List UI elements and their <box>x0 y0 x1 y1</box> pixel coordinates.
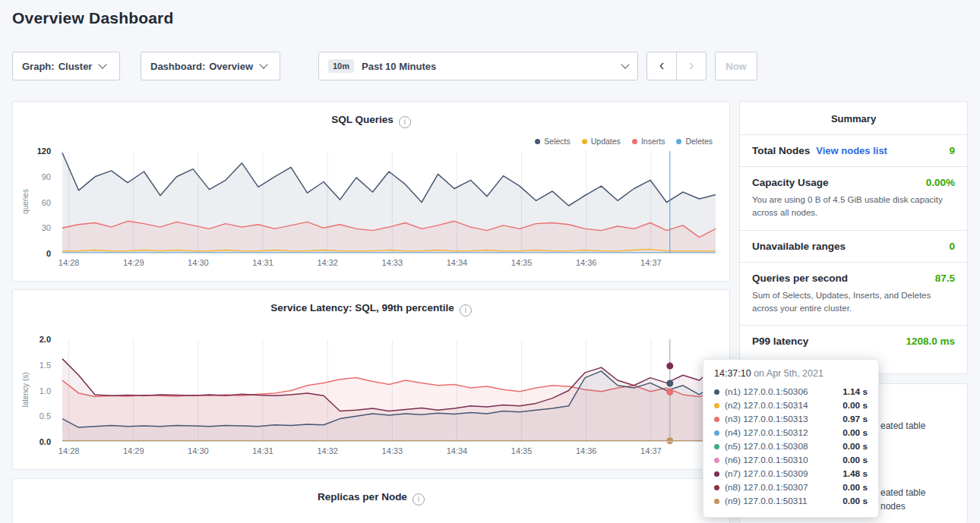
replicas-per-node-chart-card: Replicas per Nodei <box>12 478 730 523</box>
chart-title: SQL Queriesi <box>13 114 729 128</box>
dashboard-selector-label: Dashboard: <box>150 61 205 72</box>
node-color-dot-icon <box>714 485 719 490</box>
node-address: (n3) 127.0.0.1:50313 <box>725 414 808 424</box>
node-latency-value: 0.00 s <box>842 400 868 411</box>
time-range-badge: 10m <box>328 59 354 73</box>
chart-title-text: Replicas per Node <box>318 491 407 503</box>
summary-row-qps: Queries per second 87.5 Sum of Selects, … <box>740 263 967 326</box>
summary-row-unavailable-ranges: Unavailable ranges 0 <box>740 231 967 263</box>
y-axis-ticks: 1209060300 <box>13 151 55 254</box>
node-address: (n2) 127.0.0.1:50314 <box>725 400 808 411</box>
capacity-value: 0.00% <box>926 177 955 188</box>
time-next-button[interactable]: › <box>676 52 707 80</box>
chart-title-text: Service Latency: SQL, 99th percentile <box>270 302 454 313</box>
node-latency-value: 0.00 s <box>842 427 868 438</box>
p99-latency-label: P99 latency <box>752 336 808 347</box>
legend-dot-icon <box>676 139 681 144</box>
tooltip-time: 14:37:10 <box>714 368 751 379</box>
qps-label: Queries per second <box>752 273 848 284</box>
node-latency-value: 0.00 s <box>842 441 868 452</box>
legend-item[interactable]: Deletes <box>676 137 713 146</box>
node-address: (n8) 127.0.0.1:50307 <box>725 482 808 493</box>
time-now-button[interactable]: Now <box>715 52 757 80</box>
page-title: Overview Dashboard <box>12 9 174 27</box>
summary-title: Summary <box>740 102 967 135</box>
capacity-desc: You are using 0 B of 4.5 GiB usable disk… <box>752 194 955 220</box>
node-latency-value: 1.48 s <box>842 468 868 479</box>
info-icon[interactable]: i <box>460 304 472 317</box>
legend-dot-icon <box>582 139 587 144</box>
event-text-fragment: eated table <box>880 421 925 431</box>
graph-selector-dropdown[interactable]: Graph: Cluster <box>12 52 120 80</box>
chevron-down-icon <box>99 60 107 68</box>
qps-value: 87.5 <box>935 273 955 284</box>
legend-item[interactable]: Updates <box>582 137 621 146</box>
chart-legend: SelectsUpdatesInsertsDeletes <box>535 137 713 146</box>
tooltip-node-row: (n6) 127.0.0.1:503100.00 s <box>714 453 868 467</box>
total-nodes-label: Total Nodes <box>752 145 810 156</box>
graph-selector-label: Graph: <box>22 61 55 72</box>
service-latency-chart-card: Service Latency: SQL, 99th percentilei l… <box>12 289 730 470</box>
summary-row-total-nodes: Total Nodes View nodes list 9 <box>740 135 967 167</box>
node-address: (n1) 127.0.0.1:50306 <box>725 386 808 397</box>
node-latency-value: 0.00 s <box>842 455 868 465</box>
node-address: (n4) 127.0.0.1:50312 <box>725 427 808 438</box>
node-color-dot-icon <box>714 444 719 449</box>
node-address: (n7) 127.0.0.1:50309 <box>725 468 808 479</box>
summary-row-p99-latency: P99 latency 1208.0 ms <box>740 326 967 357</box>
node-address: (n5) 127.0.0.1:50308 <box>725 441 808 452</box>
overview-dashboard-page: Overview Dashboard Graph: Cluster Dashbo… <box>0 0 980 523</box>
legend-item[interactable]: Inserts <box>632 137 665 146</box>
node-latency-value: 0.97 s <box>842 414 868 424</box>
view-nodes-list-link[interactable]: View nodes list <box>816 145 887 156</box>
chart-title-text: SQL Queries <box>331 114 394 125</box>
y-axis-ticks: 2.01.51.00.50.0 <box>13 339 55 442</box>
summary-row-capacity: Capacity Usage 0.00% You are using 0 B o… <box>740 167 967 231</box>
tooltip-timestamp: 14:37:10 on Apr 5th, 2021 <box>714 368 868 379</box>
qps-desc: Sum of Selects, Updates, Inserts, and De… <box>752 289 955 316</box>
tooltip-node-rows: (n1) 127.0.0.1:503061.14 s(n2) 127.0.0.1… <box>714 385 868 508</box>
tooltip-node-row: (n8) 127.0.0.1:503070.00 s <box>714 480 868 494</box>
event-text-fragment: nodes <box>880 501 906 512</box>
time-range-dropdown[interactable]: 10m Past 10 Minutes <box>318 52 638 80</box>
dashboard-selector-value: Overview <box>209 61 253 72</box>
node-latency-value: 1.14 s <box>842 386 868 397</box>
tooltip-node-row: (n7) 127.0.0.1:503091.48 s <box>714 467 868 480</box>
capacity-label: Capacity Usage <box>752 177 829 188</box>
chevron-down-icon <box>621 60 629 68</box>
node-color-dot-icon <box>714 499 719 504</box>
node-color-dot-icon <box>714 430 719 436</box>
chart-hover-tooltip: 14:37:10 on Apr 5th, 2021 (n1) 127.0.0.1… <box>703 359 879 518</box>
node-latency-value: 0.00 s <box>842 496 868 506</box>
event-text-fragment: eated table <box>880 487 925 498</box>
tooltip-node-row: (n3) 127.0.0.1:503130.97 s <box>714 412 868 426</box>
service-latency-plot[interactable] <box>62 339 716 442</box>
chevron-down-icon <box>259 60 267 68</box>
legend-item[interactable]: Selects <box>535 137 570 146</box>
chart-title: Replicas per Nodei <box>13 491 729 506</box>
node-color-dot-icon <box>714 471 719 477</box>
unavailable-ranges-label: Unavailable ranges <box>752 241 846 252</box>
total-nodes-value: 9 <box>949 145 955 156</box>
x-axis-ticks: 14:2814:2914:3014:3114:3214:3314:3414:35… <box>62 258 716 269</box>
tooltip-node-row: (n2) 127.0.0.1:503140.00 s <box>714 399 868 412</box>
sql-queries-chart-card: SQL Queriesi SelectsUpdatesInsertsDelete… <box>12 101 730 282</box>
info-icon[interactable]: i <box>399 116 411 128</box>
sql-queries-plot[interactable] <box>62 151 716 254</box>
tooltip-date: on Apr 5th, 2021 <box>754 368 824 379</box>
info-icon[interactable]: i <box>413 493 425 506</box>
unavailable-ranges-value: 0 <box>949 241 955 252</box>
tooltip-node-row: (n9) 127.0.0.1:503110.00 s <box>714 494 868 508</box>
p99-latency-value: 1208.0 ms <box>906 336 955 347</box>
tooltip-node-row: (n4) 127.0.0.1:503120.00 s <box>714 426 868 440</box>
chart-title: Service Latency: SQL, 99th percentilei <box>13 302 729 317</box>
dashboard-selector-dropdown[interactable]: Dashboard: Overview <box>141 52 280 80</box>
node-color-dot-icon <box>714 389 719 395</box>
time-prev-button[interactable]: ‹ <box>646 52 677 80</box>
tooltip-node-row: (n5) 127.0.0.1:503080.00 s <box>714 440 868 453</box>
node-color-dot-icon <box>714 403 719 408</box>
node-color-dot-icon <box>714 458 719 463</box>
summary-panel: Summary Total Nodes View nodes list 9 Ca… <box>739 101 968 374</box>
node-color-dot-icon <box>714 417 719 422</box>
legend-dot-icon <box>535 139 540 144</box>
